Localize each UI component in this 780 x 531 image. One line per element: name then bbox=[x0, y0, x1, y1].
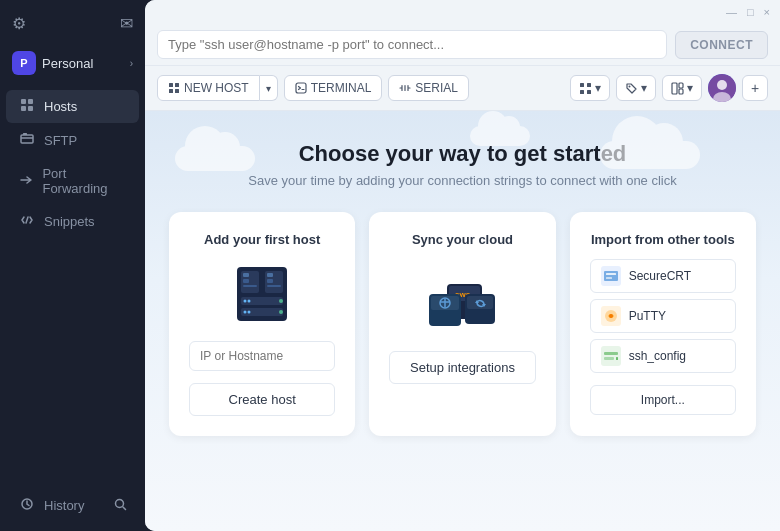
terminal-icon bbox=[295, 82, 307, 94]
sidebar-item-port-forwarding[interactable]: Port Forwarding bbox=[6, 158, 139, 204]
connect-button[interactable]: CONNECT bbox=[675, 31, 768, 59]
svg-point-40 bbox=[248, 311, 251, 314]
hosts-icon bbox=[18, 98, 36, 115]
svg-rect-3 bbox=[28, 106, 33, 111]
view-toggle-btn[interactable]: ▾ bbox=[570, 75, 610, 101]
sidebar-item-hosts[interactable]: Hosts bbox=[6, 90, 139, 123]
svg-rect-48 bbox=[467, 296, 493, 309]
view-chevron-icon: ▾ bbox=[595, 81, 601, 95]
history-left: History bbox=[18, 497, 84, 514]
import-button[interactable]: Import... bbox=[590, 385, 736, 415]
workspace-chevron-icon: › bbox=[130, 58, 133, 69]
card-import-title: Import from other tools bbox=[591, 232, 735, 247]
window-controls: — □ × bbox=[726, 6, 770, 18]
ssh-config-label: ssh_config bbox=[629, 349, 686, 363]
main-area: — □ × CONNECT NEW HOST ▾ bbox=[145, 0, 780, 531]
add-tab-button[interactable]: + bbox=[742, 75, 768, 101]
svg-rect-31 bbox=[267, 279, 273, 283]
new-host-label: NEW HOST bbox=[184, 81, 249, 95]
titlebar: — □ × bbox=[145, 0, 780, 24]
svg-rect-15 bbox=[580, 90, 584, 94]
history-icon bbox=[18, 497, 36, 514]
settings-icon[interactable]: ⚙ bbox=[12, 14, 26, 33]
mail-icon[interactable]: ✉ bbox=[120, 14, 133, 33]
terminal-label: TERMINAL bbox=[311, 81, 372, 95]
svg-rect-9 bbox=[175, 83, 179, 87]
putty-label: PuTTY bbox=[629, 309, 666, 323]
snippets-icon bbox=[18, 213, 36, 230]
new-host-button[interactable]: NEW HOST bbox=[157, 75, 260, 101]
connection-input[interactable] bbox=[157, 30, 667, 59]
page-title: Choose your way to get started bbox=[299, 141, 627, 167]
ip-hostname-input[interactable] bbox=[189, 341, 335, 371]
new-host-dropdown-btn[interactable]: ▾ bbox=[260, 75, 278, 101]
svg-point-17 bbox=[629, 85, 631, 87]
connection-bar: CONNECT bbox=[145, 24, 780, 66]
svg-rect-61 bbox=[616, 357, 618, 360]
sidebar-item-port-forwarding-label: Port Forwarding bbox=[42, 166, 127, 196]
cloud-illustration: aws bbox=[417, 259, 507, 339]
svg-rect-54 bbox=[606, 277, 612, 279]
sidebar-item-hosts-label: Hosts bbox=[44, 99, 77, 114]
sidebar-item-snippets[interactable]: Snippets bbox=[6, 205, 139, 238]
tag-filter-btn[interactable]: ▾ bbox=[616, 75, 656, 101]
layout-btn[interactable]: ▾ bbox=[662, 75, 702, 101]
sidebar-item-sftp[interactable]: SFTP bbox=[6, 124, 139, 157]
securecrt-label: SecureCRT bbox=[629, 269, 691, 283]
serial-icon bbox=[399, 82, 411, 94]
import-list: SecureCRT PuTTY bbox=[590, 259, 736, 373]
workspace-name: Personal bbox=[42, 56, 124, 71]
svg-point-39 bbox=[244, 311, 247, 314]
grid-icon bbox=[579, 82, 592, 95]
import-item-securecrt[interactable]: SecureCRT bbox=[590, 259, 736, 293]
sidebar: ⚙ ✉ P Personal › Hosts bbox=[0, 0, 145, 531]
svg-rect-16 bbox=[587, 90, 591, 94]
toolbar-right: ▾ ▾ ▾ bbox=[570, 74, 768, 102]
svg-rect-27 bbox=[243, 279, 249, 283]
card-add-host-title: Add your first host bbox=[204, 232, 320, 247]
svg-rect-32 bbox=[267, 285, 281, 287]
svg-rect-19 bbox=[679, 83, 683, 88]
sidebar-item-sftp-label: SFTP bbox=[44, 133, 77, 148]
workspace-avatar: P bbox=[12, 51, 36, 75]
minimize-icon[interactable]: — bbox=[726, 6, 737, 18]
new-host-split-btn: NEW HOST ▾ bbox=[157, 75, 278, 101]
sidebar-item-history[interactable]: History bbox=[6, 489, 139, 522]
svg-rect-60 bbox=[604, 357, 614, 360]
port-forwarding-icon bbox=[18, 173, 34, 190]
content-area: Choose your way to get started Save your… bbox=[145, 111, 780, 531]
svg-rect-53 bbox=[606, 273, 616, 275]
setup-integrations-button[interactable]: Setup integrations bbox=[389, 351, 535, 384]
workspace-selector[interactable]: P Personal › bbox=[0, 45, 145, 81]
history-search-icon[interactable] bbox=[114, 498, 127, 514]
ssh-config-icon bbox=[601, 346, 621, 366]
svg-point-36 bbox=[279, 310, 283, 314]
cloud-decoration-1 bbox=[175, 131, 255, 156]
close-icon[interactable]: × bbox=[764, 6, 770, 18]
svg-rect-10 bbox=[169, 89, 173, 93]
user-avatar[interactable] bbox=[708, 74, 736, 102]
serial-label: SERIAL bbox=[415, 81, 458, 95]
import-item-ssh-config[interactable]: ssh_config bbox=[590, 339, 736, 373]
securecrt-icon bbox=[601, 266, 621, 286]
sidebar-top: ⚙ ✉ bbox=[0, 8, 145, 45]
card-import-tools: Import from other tools SecureCRT bbox=[570, 212, 756, 436]
svg-rect-26 bbox=[243, 273, 249, 277]
terminal-button[interactable]: TERMINAL bbox=[284, 75, 383, 101]
maximize-icon[interactable]: □ bbox=[747, 6, 754, 18]
user-photo bbox=[708, 74, 736, 102]
tag-chevron-icon: ▾ bbox=[641, 81, 647, 95]
new-host-icon bbox=[168, 82, 180, 94]
serial-button[interactable]: SERIAL bbox=[388, 75, 469, 101]
svg-point-37 bbox=[244, 300, 247, 303]
server-illustration bbox=[227, 259, 297, 329]
svg-rect-2 bbox=[21, 106, 26, 111]
svg-rect-52 bbox=[604, 271, 618, 281]
svg-rect-20 bbox=[679, 89, 683, 94]
svg-point-7 bbox=[116, 499, 124, 507]
card-add-host: Add your first host bbox=[169, 212, 355, 436]
import-item-putty[interactable]: PuTTY bbox=[590, 299, 736, 333]
create-host-button[interactable]: Create host bbox=[189, 383, 335, 416]
svg-rect-1 bbox=[28, 99, 33, 104]
cloud-decoration-2 bbox=[600, 121, 700, 149]
